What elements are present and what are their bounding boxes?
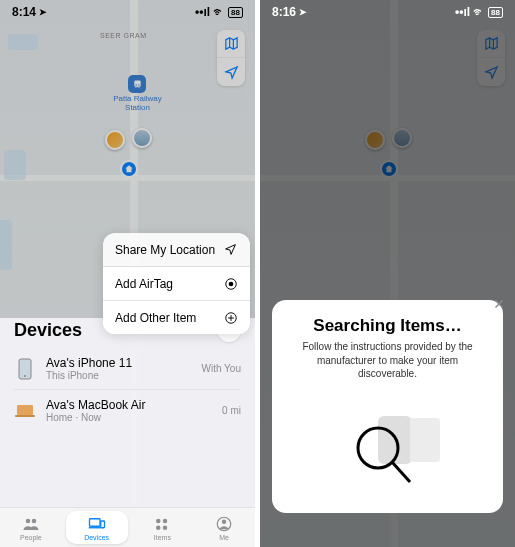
modal-description: Follow the instructions provided by the … bbox=[290, 340, 485, 381]
modal-title: Searching Items… bbox=[290, 316, 485, 336]
svg-rect-9 bbox=[15, 415, 35, 417]
battery-icon: 88 bbox=[228, 7, 243, 18]
svg-point-4 bbox=[228, 281, 233, 286]
airtag-icon bbox=[223, 276, 238, 291]
people-icon bbox=[22, 515, 40, 533]
status-bar: 8:16 ➤ ••ıl ᯤ 88 bbox=[260, 0, 515, 24]
wifi-icon: ᯤ bbox=[473, 5, 485, 19]
add-other-item-label: Add Other Item bbox=[115, 311, 196, 325]
svg-point-14 bbox=[156, 518, 161, 523]
location-icon: ➤ bbox=[39, 7, 47, 17]
tab-label: Me bbox=[219, 534, 229, 541]
searching-items-modal: Searching Items… Follow the instructions… bbox=[272, 300, 503, 513]
device-meta: 0 mi bbox=[222, 405, 241, 416]
svg-point-15 bbox=[163, 518, 168, 523]
share-location-row[interactable]: Share My Location bbox=[103, 233, 250, 267]
items-icon bbox=[153, 515, 171, 533]
add-menu-popup: Share My Location Add AirTag Add Other I… bbox=[103, 233, 250, 334]
tab-items[interactable]: Items bbox=[132, 508, 194, 547]
add-airtag-row[interactable]: Add AirTag bbox=[103, 267, 250, 301]
cellular-icon: ••ıl bbox=[455, 5, 470, 19]
tab-label: Items bbox=[154, 534, 171, 541]
tab-label: People bbox=[20, 534, 42, 541]
wifi-icon: ᯤ bbox=[213, 5, 225, 19]
battery-icon: 88 bbox=[488, 7, 503, 18]
location-icon: ➤ bbox=[299, 7, 307, 17]
devices-sheet[interactable]: Devices Ava's iPhone 11 This iPhone With… bbox=[0, 318, 255, 507]
device-row-macbook[interactable]: Ava's MacBook Air Home · Now 0 mi bbox=[14, 390, 241, 431]
cellular-icon: ••ıl bbox=[195, 5, 210, 19]
right-screenshot: 8:16 ➤ ••ıl ᯤ 88 Searching Items… Follow… bbox=[260, 0, 515, 547]
tab-label: Devices bbox=[84, 534, 109, 541]
svg-rect-12 bbox=[89, 518, 100, 526]
left-screenshot: SEER GRAM Patla Railway Station 8:14 ➤ •… bbox=[0, 0, 255, 547]
iphone-thumb-icon bbox=[14, 358, 36, 380]
device-meta: With You bbox=[202, 363, 241, 374]
svg-point-7 bbox=[24, 375, 26, 377]
share-location-label: Share My Location bbox=[115, 243, 215, 257]
svg-point-19 bbox=[222, 519, 227, 524]
magnifying-glass-icon bbox=[352, 422, 416, 490]
status-time: 8:16 bbox=[272, 5, 296, 19]
svg-point-16 bbox=[156, 525, 161, 530]
modal-illustration bbox=[290, 381, 485, 500]
svg-point-11 bbox=[32, 518, 37, 523]
tab-bar: People Devices Items Me bbox=[0, 507, 255, 547]
add-airtag-label: Add AirTag bbox=[115, 277, 173, 291]
device-name: Ava's MacBook Air bbox=[46, 398, 212, 412]
status-bar: 8:14 ➤ ••ıl ᯤ 88 bbox=[0, 0, 255, 24]
device-sub: Home · Now bbox=[46, 412, 212, 423]
location-arrow-icon bbox=[223, 242, 238, 257]
device-name: Ava's iPhone 11 bbox=[46, 356, 192, 370]
close-modal-button[interactable] bbox=[489, 294, 509, 314]
svg-rect-8 bbox=[17, 405, 33, 415]
svg-point-10 bbox=[26, 518, 31, 523]
tab-people[interactable]: People bbox=[0, 508, 62, 547]
devices-title: Devices bbox=[14, 320, 82, 341]
device-sub: This iPhone bbox=[46, 370, 192, 381]
add-other-item-row[interactable]: Add Other Item bbox=[103, 301, 250, 334]
svg-point-17 bbox=[163, 525, 168, 530]
tab-devices[interactable]: Devices bbox=[66, 511, 128, 544]
svg-rect-13 bbox=[100, 521, 104, 528]
me-icon bbox=[215, 515, 233, 533]
macbook-thumb-icon bbox=[14, 400, 36, 422]
plus-circle-icon bbox=[223, 310, 238, 325]
tab-me[interactable]: Me bbox=[193, 508, 255, 547]
status-time: 8:14 bbox=[12, 5, 36, 19]
devices-icon bbox=[88, 515, 106, 533]
device-row-iphone[interactable]: Ava's iPhone 11 This iPhone With You bbox=[14, 348, 241, 390]
